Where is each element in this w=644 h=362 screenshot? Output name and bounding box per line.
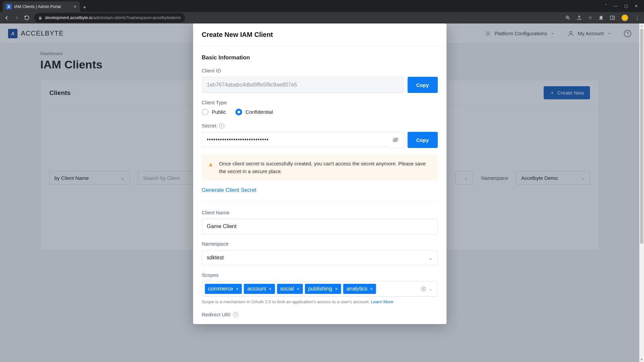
remove-tag-icon[interactable]: × xyxy=(370,286,373,292)
basic-info-heading: Basic Information xyxy=(202,54,438,61)
client-id-label: Client ID xyxy=(202,68,438,73)
radio-dot xyxy=(202,109,208,115)
scopes-input[interactable]: commerce×account×social×publishing×analy… xyxy=(202,281,438,297)
scope-tag[interactable]: publishing× xyxy=(305,284,341,294)
generate-secret-link[interactable]: Generate Client Secret xyxy=(202,187,438,193)
chevron-down-icon[interactable]: ˅ xyxy=(605,4,607,8)
eye-off-icon xyxy=(392,137,399,143)
remove-tag-icon[interactable]: × xyxy=(335,286,338,292)
copy-secret-button[interactable]: Copy xyxy=(407,132,438,148)
radio-confidential[interactable]: Confidential xyxy=(235,109,273,115)
toggle-secret-visibility[interactable] xyxy=(388,132,403,148)
lock-icon xyxy=(38,16,42,20)
warning-icon: ▲ xyxy=(208,160,214,175)
radio-dot xyxy=(235,109,242,115)
client-name-label: Client Name xyxy=(202,210,438,215)
remove-tag-icon[interactable]: × xyxy=(236,286,239,292)
page-viewport: A ACCELBYTE Platform Configurations My A… xyxy=(0,23,639,362)
scopes-helper: Scope is a mechanism in OAuth 2.0 to lim… xyxy=(202,299,438,304)
clear-all-icon[interactable] xyxy=(420,286,426,292)
learn-more-link[interactable]: Learn More xyxy=(371,299,393,304)
chevron-down-icon: ⌄ xyxy=(428,255,433,261)
scope-tag[interactable]: social× xyxy=(277,284,303,294)
namespace-select[interactable]: sdktest ⌄ xyxy=(202,250,438,265)
scope-tag-label: analytics xyxy=(346,286,367,292)
radio-public[interactable]: Public xyxy=(202,109,226,115)
window-controls: ˅ — ▢ ✕ xyxy=(599,0,644,12)
info-icon[interactable]: i xyxy=(219,123,224,128)
close-window-icon[interactable]: ✕ xyxy=(635,4,638,8)
remove-tag-icon[interactable]: × xyxy=(269,286,271,292)
client-id-field: 1eb7674ababc4dbd9ffe5f9c9ae807e5 xyxy=(202,77,403,93)
minimize-icon[interactable]: — xyxy=(613,4,617,8)
tab-title: IAM Clients | Admin Portal xyxy=(14,4,61,9)
warning-text: Once client secret is successfully creat… xyxy=(219,160,432,175)
forward-icon[interactable] xyxy=(14,15,19,20)
kebab-menu-icon[interactable]: ⋮ xyxy=(635,15,640,21)
extensions-icon[interactable] xyxy=(598,15,604,20)
client-name-field[interactable] xyxy=(202,219,438,234)
scroll-up-icon[interactable]: ▲ xyxy=(639,23,644,28)
browser-tab[interactable]: A IAM Clients | Admin Portal × xyxy=(3,1,80,12)
scope-tag[interactable]: analytics× xyxy=(343,284,376,294)
modal-title: Create New IAM Client xyxy=(202,31,438,39)
namespace-label: Namespace xyxy=(202,241,438,247)
scope-tag[interactable]: commerce× xyxy=(205,284,242,294)
svg-rect-1 xyxy=(610,16,614,20)
browser-tab-strip: A IAM Clients | Admin Portal × + ˅ — ▢ ✕ xyxy=(0,0,644,12)
url-text: development.accelbyte.io/admin/iam-clien… xyxy=(45,15,181,20)
profile-avatar[interactable] xyxy=(621,14,629,21)
copy-client-id-button[interactable]: Copy xyxy=(407,77,438,93)
secret-warning: ▲ Once client secret is successfully cre… xyxy=(202,155,438,180)
remove-tag-icon[interactable]: × xyxy=(297,286,299,292)
vertical-scrollbar[interactable]: ▲ ▼ xyxy=(639,23,644,362)
bookmark-icon[interactable]: ☆ xyxy=(588,15,592,21)
maximize-icon[interactable]: ▢ xyxy=(624,4,628,8)
close-tab-icon[interactable]: × xyxy=(74,4,77,9)
back-icon[interactable] xyxy=(4,15,9,20)
scope-tag-label: account xyxy=(247,286,266,292)
info-icon[interactable]: i xyxy=(233,312,239,317)
favicon: A xyxy=(6,4,11,9)
scope-tag-label: social xyxy=(280,286,294,292)
redirect-uri-label: Redirect URI i xyxy=(202,312,438,317)
share-icon[interactable] xyxy=(577,15,582,20)
scopes-label: Scopes xyxy=(202,272,438,278)
zoom-icon[interactable] xyxy=(565,15,571,20)
chevron-down-icon[interactable]: ⌄ xyxy=(429,286,433,292)
radio-public-label: Public xyxy=(212,109,226,115)
address-bar[interactable]: development.accelbyte.io/admin/iam-clien… xyxy=(34,13,185,22)
secret-field[interactable] xyxy=(202,132,388,147)
scope-tag-label: commerce xyxy=(208,286,233,292)
new-tab-button[interactable]: + xyxy=(80,3,89,12)
scrollbar-thumb[interactable] xyxy=(640,29,643,244)
create-iam-client-modal: Create New IAM Client Basic Information … xyxy=(193,23,446,324)
scroll-down-icon[interactable]: ▼ xyxy=(639,357,644,362)
divider xyxy=(202,201,438,202)
sidepanel-icon[interactable] xyxy=(610,15,615,20)
secret-label: Secret i xyxy=(202,123,438,128)
scope-tag-label: publishing xyxy=(308,286,332,292)
browser-toolbar: development.accelbyte.io/admin/iam-clien… xyxy=(0,12,644,23)
reload-icon[interactable] xyxy=(24,15,30,20)
scope-tag[interactable]: account× xyxy=(244,284,275,294)
client-type-label: Client Type xyxy=(202,100,438,105)
radio-confidential-label: Confidential xyxy=(245,109,273,115)
namespace-value: sdktest xyxy=(207,255,224,261)
